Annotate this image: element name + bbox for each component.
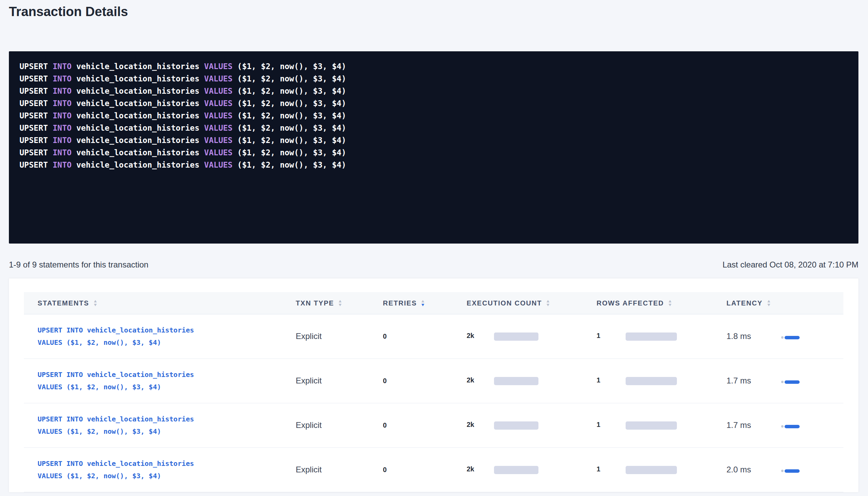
sql-token: VALUES bbox=[204, 148, 232, 157]
retries-value: 0 bbox=[383, 421, 387, 429]
sql-token: VALUES bbox=[204, 160, 232, 169]
sql-token: INTO bbox=[53, 87, 71, 95]
sql-token: vehicle_location_histories bbox=[76, 136, 199, 145]
latency-value: 1.7 ms bbox=[726, 376, 781, 386]
sql-token: ($1, $2, now(), $3, $4) bbox=[237, 136, 346, 145]
sql-code-line: UPSERT INTO vehicle_location_histories V… bbox=[19, 134, 848, 146]
sql-token: UPSERT bbox=[19, 99, 48, 108]
sql-token: INTO bbox=[53, 136, 71, 145]
sql-token: ($1, $2, now(), $3, $4) bbox=[237, 87, 346, 95]
statement-link[interactable]: UPSERT INTO vehicle_location_historiesVA… bbox=[38, 324, 296, 349]
latency-value: 1.8 ms bbox=[726, 331, 781, 341]
execution-count-bar bbox=[494, 466, 538, 474]
column-header-txn-type[interactable]: TXN TYPE▲▼ bbox=[296, 292, 383, 314]
statement-line-2: VALUES ($1, $2, now(), $3, $4) bbox=[38, 470, 296, 482]
sql-token: VALUES bbox=[204, 62, 232, 71]
page-title: Transaction Details bbox=[9, 3, 858, 20]
column-header-retries[interactable]: RETRIES▲▼ bbox=[383, 292, 467, 314]
latency-bar-chart bbox=[781, 469, 800, 473]
sql-token: VALUES bbox=[204, 111, 232, 120]
execution-count-bar bbox=[494, 332, 538, 341]
sql-token: ($1, $2, now(), $3, $4) bbox=[237, 62, 346, 71]
rows-affected-value: 1 bbox=[597, 421, 626, 429]
txn-type-value: Explicit bbox=[296, 420, 322, 430]
statement-link[interactable]: UPSERT INTO vehicle_location_historiesVA… bbox=[38, 413, 296, 438]
meta-row: 1-9 of 9 statements for this transaction… bbox=[9, 260, 858, 270]
sql-token: VALUES bbox=[204, 136, 232, 145]
sql-token: UPSERT bbox=[19, 74, 48, 83]
statement-line-1: UPSERT INTO vehicle_location_histories bbox=[38, 324, 296, 336]
statements-table-body: UPSERT INTO vehicle_location_historiesVA… bbox=[24, 314, 843, 492]
rows-affected-value: 1 bbox=[597, 332, 626, 340]
table-row: UPSERT INTO vehicle_location_historiesVA… bbox=[24, 447, 843, 492]
sql-token: ($1, $2, now(), $3, $4) bbox=[237, 148, 346, 157]
column-header-label: ROWS AFFECTED bbox=[597, 299, 664, 307]
sql-token: UPSERT bbox=[19, 136, 48, 145]
rows-affected-bar bbox=[626, 466, 677, 474]
sort-icon: ▲▼ bbox=[668, 299, 673, 307]
execution-count-bar bbox=[494, 377, 538, 385]
statement-line-2: VALUES ($1, $2, now(), $3, $4) bbox=[38, 381, 296, 393]
sql-token: VALUES bbox=[204, 123, 232, 132]
sql-token: vehicle_location_histories bbox=[76, 123, 199, 132]
sql-code-line: UPSERT INTO vehicle_location_histories V… bbox=[19, 122, 848, 134]
statement-link[interactable]: UPSERT INTO vehicle_location_historiesVA… bbox=[38, 368, 296, 393]
column-header-label: RETRIES bbox=[383, 299, 417, 307]
sql-token: INTO bbox=[53, 160, 71, 169]
column-header-latency[interactable]: LATENCY▲▼ bbox=[726, 292, 843, 314]
retries-value: 0 bbox=[383, 377, 387, 385]
execution-count-bar bbox=[494, 421, 538, 430]
sql-token: vehicle_location_histories bbox=[76, 62, 199, 71]
table-header-row: STATEMENTS▲▼TXN TYPE▲▼RETRIES▲▼EXECUTION… bbox=[24, 292, 843, 314]
column-header-statements[interactable]: STATEMENTS▲▼ bbox=[24, 292, 296, 314]
sql-token: vehicle_location_histories bbox=[76, 99, 199, 108]
latency-bar-origin-dot bbox=[781, 381, 784, 383]
sort-icon: ▲▼ bbox=[546, 299, 551, 307]
sort-icon: ▲▼ bbox=[767, 299, 772, 307]
latency-bar-chart bbox=[781, 336, 800, 339]
sql-token: ($1, $2, now(), $3, $4) bbox=[237, 123, 346, 132]
column-header-label: TXN TYPE bbox=[296, 299, 334, 307]
sql-code-block: UPSERT INTO vehicle_location_histories V… bbox=[9, 51, 858, 244]
sql-code-line: UPSERT INTO vehicle_location_histories V… bbox=[19, 85, 848, 97]
latency-bar-origin-dot bbox=[781, 425, 784, 428]
sql-code-line: UPSERT INTO vehicle_location_histories V… bbox=[19, 97, 848, 109]
sql-token: INTO bbox=[53, 99, 71, 108]
sql-code-line: UPSERT INTO vehicle_location_histories V… bbox=[19, 159, 848, 171]
rows-affected-value: 1 bbox=[597, 376, 626, 384]
sql-token: VALUES bbox=[204, 99, 232, 108]
statements-count-summary: 1-9 of 9 statements for this transaction bbox=[9, 260, 148, 270]
statement-line-1: UPSERT INTO vehicle_location_histories bbox=[38, 368, 296, 381]
sql-token: ($1, $2, now(), $3, $4) bbox=[237, 74, 346, 83]
latency-bar bbox=[785, 469, 800, 473]
statement-line-1: UPSERT INTO vehicle_location_histories bbox=[38, 457, 296, 470]
column-header-rows-affected[interactable]: ROWS AFFECTED▲▼ bbox=[597, 292, 726, 314]
latency-bar-origin-dot bbox=[781, 336, 784, 339]
sql-code-line: UPSERT INTO vehicle_location_histories V… bbox=[19, 60, 848, 73]
sql-token: VALUES bbox=[204, 87, 232, 95]
sql-token: vehicle_location_histories bbox=[76, 87, 199, 95]
txn-type-value: Explicit bbox=[296, 376, 322, 385]
execution-count-value: 2k bbox=[467, 332, 494, 340]
column-header-execution-count[interactable]: EXECUTION COUNT▲▼ bbox=[467, 292, 597, 314]
sql-token: UPSERT bbox=[19, 62, 48, 71]
latency-bar-origin-dot bbox=[781, 470, 784, 472]
latency-value: 1.7 ms bbox=[726, 420, 781, 430]
last-cleared-text: Last cleared Oct 08, 2020 at 7:10 PM bbox=[722, 260, 858, 270]
execution-count-value: 2k bbox=[467, 465, 494, 473]
latency-bar-chart bbox=[781, 425, 800, 428]
sql-token: UPSERT bbox=[19, 148, 48, 157]
column-header-label: LATENCY bbox=[726, 299, 763, 307]
sql-code-line: UPSERT INTO vehicle_location_histories V… bbox=[19, 146, 848, 159]
sql-token: ($1, $2, now(), $3, $4) bbox=[237, 99, 346, 108]
column-header-label: STATEMENTS bbox=[38, 299, 89, 307]
retries-value: 0 bbox=[383, 332, 387, 340]
sql-token: INTO bbox=[53, 148, 71, 157]
sql-token: INTO bbox=[53, 111, 71, 120]
statement-link[interactable]: UPSERT INTO vehicle_location_historiesVA… bbox=[38, 457, 296, 482]
sql-token: vehicle_location_histories bbox=[76, 111, 199, 120]
execution-count-value: 2k bbox=[467, 421, 494, 429]
sql-token: ($1, $2, now(), $3, $4) bbox=[237, 160, 346, 169]
latency-bar-chart bbox=[781, 380, 800, 384]
latency-bar bbox=[785, 425, 800, 428]
